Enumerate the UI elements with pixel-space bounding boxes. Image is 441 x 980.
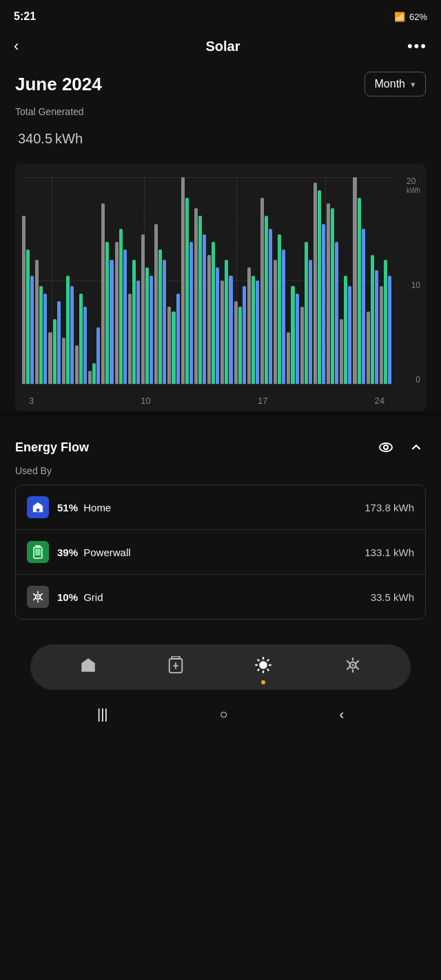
- bar-gray-14: [207, 255, 211, 385]
- home-icon: [27, 496, 49, 518]
- collapse-button[interactable]: [407, 438, 426, 457]
- bar-gray-16: [234, 301, 238, 384]
- bar-group-18: [260, 177, 272, 384]
- bar-blue-21: [309, 260, 312, 384]
- bar-group-24: [340, 177, 351, 384]
- svg-line-9: [40, 598, 42, 600]
- y-label-10: 10: [411, 281, 420, 289]
- y-unit: kWh: [407, 187, 420, 194]
- bar-blue-16: [243, 286, 246, 385]
- active-indicator: [261, 680, 265, 684]
- svg-rect-2: [37, 509, 40, 512]
- bar-blue-9: [150, 276, 153, 385]
- svg-line-31: [356, 661, 358, 664]
- bar-gray-7: [115, 242, 119, 384]
- bar-blue-14: [216, 267, 219, 384]
- bar-green-4: [79, 294, 83, 384]
- bar-blue-13: [203, 234, 206, 385]
- bar-gray-24: [340, 319, 343, 384]
- nav-item-home[interactable]: [72, 653, 104, 681]
- bar-blue-25: [362, 229, 365, 384]
- bar-green-5: [92, 363, 96, 384]
- bar-gray-5: [88, 371, 92, 384]
- energy-item-grid: 10% Grid 33.5 kWh: [16, 575, 425, 619]
- svg-point-13: [37, 596, 39, 598]
- bar-gray-12: [181, 177, 185, 384]
- bar-group-12: [181, 177, 193, 384]
- bar-green-25: [358, 198, 361, 384]
- bottom-nav-wrapper-outer: [0, 620, 441, 690]
- x-label-24: 24: [375, 396, 384, 406]
- bar-green-17: [252, 276, 255, 385]
- total-generated-value: 340.5kWh: [15, 120, 426, 150]
- total-unit: kWh: [55, 131, 83, 146]
- battery-icon: 62%: [409, 12, 427, 22]
- visibility-toggle-button[interactable]: [376, 438, 396, 457]
- bar-green-2: [53, 319, 57, 384]
- nav-item-solar[interactable]: [247, 653, 280, 682]
- bar-gray-23: [327, 203, 330, 385]
- chevron-down-icon: ▾: [411, 79, 416, 90]
- grid-value: 33.5 kWh: [371, 591, 414, 603]
- bar-group-23: [327, 177, 338, 384]
- home-value: 173.8 kWh: [365, 502, 414, 513]
- bar-gray-11: [167, 307, 171, 385]
- back-button[interactable]: ‹: [14, 37, 39, 55]
- bar-group-21: [300, 177, 312, 384]
- svg-line-8: [33, 593, 35, 595]
- nav-item-powerwall[interactable]: [161, 653, 190, 681]
- bottom-nav: [30, 644, 411, 690]
- bar-green-22: [318, 190, 321, 384]
- bar-green-11: [172, 312, 175, 384]
- bar-gray-0: [22, 216, 25, 384]
- bar-green-8: [132, 260, 136, 384]
- energy-item-powerwall: 39% Powerwall 133.1 kWh: [16, 530, 425, 575]
- month-selector-button[interactable]: Month ▾: [365, 72, 426, 96]
- bar-gray-6: [101, 203, 105, 385]
- chart-y-labels: 20 kWh 10 0: [407, 177, 420, 384]
- bar-gray-27: [380, 286, 383, 385]
- bar-blue-22: [322, 224, 325, 385]
- svg-line-24: [267, 669, 269, 671]
- status-time: 5:21: [14, 10, 36, 23]
- nav-solar-icon: [254, 655, 273, 679]
- bar-gray-9: [141, 234, 145, 385]
- svg-rect-5: [35, 549, 41, 555]
- bar-group-27: [380, 177, 391, 384]
- sys-back-button[interactable]: |||: [97, 706, 108, 722]
- bar-gray-22: [314, 183, 317, 385]
- bar-group-26: [367, 177, 378, 384]
- bar-green-12: [185, 198, 189, 384]
- bar-gray-15: [220, 280, 224, 384]
- sys-home-button[interactable]: ○: [219, 706, 227, 722]
- bar-green-14: [212, 242, 215, 384]
- bar-blue-3: [70, 286, 74, 385]
- bar-group-2: [48, 177, 60, 384]
- bar-blue-5: [96, 327, 100, 385]
- sys-recent-button[interactable]: ‹: [339, 706, 344, 722]
- bar-green-9: [145, 267, 149, 384]
- more-button[interactable]: •••: [407, 37, 427, 55]
- bar-blue-6: [110, 260, 113, 384]
- bar-gray-19: [274, 260, 277, 384]
- bar-group-15: [220, 177, 232, 384]
- bar-gray-4: [75, 345, 79, 384]
- bar-group-5: [88, 177, 100, 384]
- nav-home-icon: [79, 656, 97, 678]
- used-by-label: Used By: [15, 465, 426, 476]
- bar-group-17: [247, 177, 259, 384]
- energy-items-list: 51% Home 173.8 kWh 39% Powerwall: [15, 484, 426, 620]
- bar-group-20: [287, 177, 298, 384]
- powerwall-icon: [27, 541, 49, 563]
- x-label-3: 3: [29, 396, 34, 406]
- bar-green-24: [344, 276, 347, 385]
- y-label-20: 20: [407, 177, 420, 185]
- bar-group-0: [22, 177, 34, 384]
- bar-blue-19: [282, 249, 285, 384]
- svg-point-0: [380, 443, 392, 451]
- nav-item-grid[interactable]: [337, 653, 369, 681]
- bar-gray-20: [287, 332, 290, 384]
- month-title: June 2024: [15, 74, 102, 95]
- svg-line-29: [347, 661, 349, 664]
- svg-line-32: [347, 666, 349, 669]
